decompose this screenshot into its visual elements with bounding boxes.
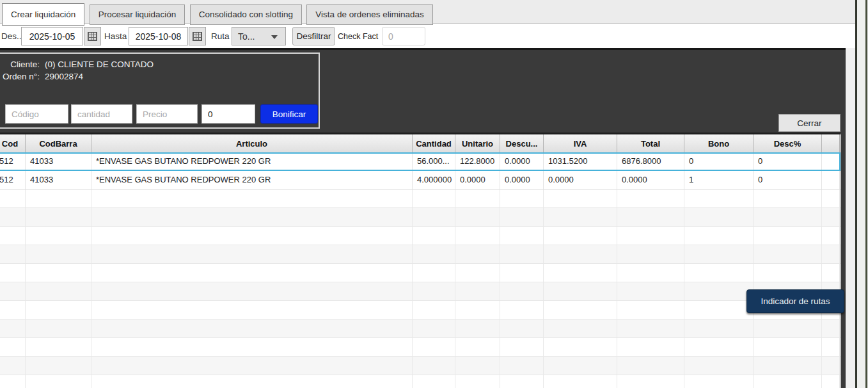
desfiltrar-button[interactable]: Desfiltrar — [292, 27, 335, 45]
cell-cod — [0, 227, 26, 245]
table-row-empty — [0, 357, 840, 375]
cell-filler — [822, 190, 840, 207]
cell-bono[interactable]: 0 — [684, 152, 754, 170]
table-row-empty — [0, 264, 840, 282]
indicador-de-rutas-button[interactable]: Indicador de rutas — [746, 289, 844, 313]
grid-header: CodCodBarraArticuloCantidadUnitarioDescu… — [0, 134, 840, 152]
cell-cantidad[interactable]: 56.000... — [413, 152, 455, 170]
cell-cantidad — [413, 245, 455, 263]
cell-total — [617, 338, 684, 356]
precio-input[interactable] — [136, 104, 198, 124]
cell-cantidad — [413, 208, 455, 226]
column-header-cantidad[interactable]: Cantidad — [413, 134, 455, 152]
check-fact-input[interactable] — [382, 27, 425, 45]
cell-bono — [684, 227, 754, 245]
cell-iva[interactable]: 1031.5200 — [544, 152, 617, 170]
cell-codbarra — [26, 190, 91, 207]
cell-descu — [500, 319, 544, 337]
date-to-calendar-button[interactable] — [189, 27, 206, 45]
table-row[interactable]: 51241033*ENVASE GAS BUTANO REDPOWER 220 … — [0, 152, 840, 171]
cell-total[interactable]: 0.0000 — [617, 171, 684, 189]
cell-articulo[interactable]: *ENVASE GAS BUTANO REDPOWER 220 GR — [91, 171, 413, 189]
cell-unitario[interactable]: 0.0000 — [455, 171, 500, 189]
cell-bono — [684, 375, 754, 388]
cell-iva[interactable]: 0.0000 — [544, 171, 617, 189]
cell-articulo — [91, 208, 413, 226]
table-row-empty — [0, 282, 840, 301]
column-header-cod[interactable]: Cod — [0, 134, 26, 152]
cerrar-button[interactable]: Cerrar — [778, 114, 840, 132]
cell-cod[interactable]: 512 — [0, 171, 26, 189]
cell-bono — [684, 301, 754, 319]
desktop-strip — [857, 0, 865, 388]
cliente-value: (0) CLIENTE DE CONTADO — [45, 60, 154, 69]
cell-codbarra — [26, 282, 91, 300]
cell-cantidad — [413, 338, 455, 356]
column-header-desc[interactable]: Desc% — [754, 134, 822, 152]
precio-extra-input[interactable] — [201, 104, 255, 124]
cell-articulo — [91, 264, 413, 282]
cell-filler — [822, 227, 840, 245]
cell-iva — [544, 227, 617, 245]
orden-label: Orden n°: — [0, 72, 40, 81]
date-to-input[interactable] — [129, 27, 188, 45]
filter-bar: Des... Hasta Ruta To... Desfiltrar Check… — [0, 24, 855, 48]
cell-desc[interactable]: 0 — [754, 152, 822, 170]
cell-iva — [544, 357, 617, 375]
cell-iva — [544, 264, 617, 282]
cell-unitario — [455, 375, 500, 388]
cell-bono — [684, 264, 754, 282]
cell-cantidad[interactable]: 4.000000 — [413, 171, 455, 189]
cell-iva — [544, 282, 617, 300]
column-header-total[interactable]: Total — [617, 134, 684, 152]
column-header-descu[interactable]: Descu... — [500, 134, 544, 152]
column-header-iva[interactable]: IVA — [544, 134, 617, 152]
table-row[interactable]: 51241033*ENVASE GAS BUTANO REDPOWER 220 … — [0, 171, 840, 190]
codigo-input[interactable] — [5, 104, 68, 124]
column-header-codbarra[interactable]: CodBarra — [26, 134, 91, 152]
cell-bono — [684, 319, 754, 337]
cell-articulo[interactable]: *ENVASE GAS BUTANO REDPOWER 220 GR — [91, 152, 413, 170]
column-header-unitario[interactable]: Unitario — [455, 134, 500, 152]
column-header-bono[interactable]: Bono — [684, 134, 754, 152]
date-from-calendar-button[interactable] — [84, 27, 101, 45]
cell-cod — [0, 357, 26, 375]
tab-strip: Crear liquidación Procesar liquidación C… — [0, 0, 855, 24]
tab-vista-ordenes-eliminadas[interactable]: Vista de ordenes eliminadas — [306, 4, 432, 25]
table-row-empty — [0, 301, 840, 319]
date-from-input[interactable] — [21, 27, 83, 45]
cell-iva — [544, 301, 617, 319]
cell-filler — [822, 319, 840, 337]
cell-total[interactable]: 6876.8000 — [617, 152, 684, 170]
cell-codbarra[interactable]: 41033 — [26, 171, 91, 189]
cell-descu — [500, 357, 544, 375]
cell-unitario — [455, 190, 500, 207]
bonificar-button[interactable]: Bonificar — [260, 104, 318, 124]
ruta-select[interactable]: To... — [232, 27, 286, 45]
cell-descu[interactable]: 0.0000 — [500, 171, 544, 189]
cantidad-input[interactable] — [71, 104, 132, 124]
tab-consolidado-con-slotting[interactable]: Consolidado con slotting — [190, 4, 302, 25]
cell-cantidad — [413, 227, 455, 245]
cliente-row: Cliente:(0) CLIENTE DE CONTADO — [0, 60, 154, 69]
calendar-icon — [193, 32, 202, 41]
cell-articulo — [91, 245, 413, 263]
cell-descu — [500, 338, 544, 356]
tab-crear-liquidacion[interactable]: Crear liquidación — [2, 3, 84, 26]
cell-desc[interactable]: 0 — [754, 171, 822, 189]
tab-procesar-liquidacion[interactable]: Procesar liquidación — [90, 4, 185, 25]
cell-filler[interactable] — [822, 152, 840, 170]
cell-unitario[interactable]: 122.8000 — [455, 152, 500, 170]
cell-descu[interactable]: 0.0000 — [500, 152, 544, 170]
cell-desc — [754, 264, 822, 282]
cell-bono[interactable]: 1 — [684, 171, 754, 189]
column-header-articulo[interactable]: Articulo — [91, 134, 413, 152]
cell-codbarra[interactable]: 41033 — [26, 152, 91, 170]
cell-descu — [500, 301, 544, 319]
table-row-empty — [0, 338, 840, 357]
cell-cod[interactable]: 512 — [0, 152, 26, 170]
cell-bono — [684, 245, 754, 263]
cell-filler — [822, 375, 840, 388]
cell-filler[interactable] — [822, 171, 840, 189]
cell-total — [617, 319, 684, 337]
